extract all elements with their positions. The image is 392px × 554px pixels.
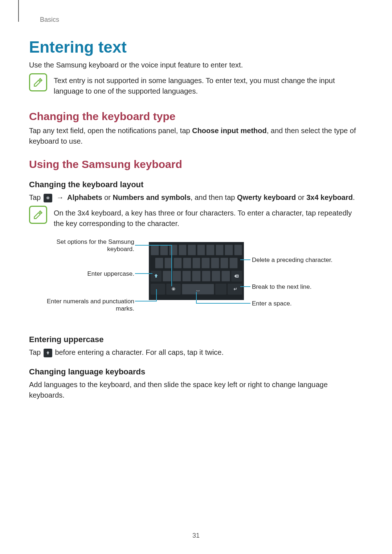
- note-block-1: Text entry is not supported in some lang…: [29, 73, 363, 99]
- shift-up-icon: [153, 273, 159, 279]
- callout-set-options: Set options for the Samsung keyboard.: [40, 238, 134, 253]
- note-icon: [29, 73, 47, 91]
- paragraph-language-keyboards: Add languages to the keyboard, and then …: [29, 379, 363, 401]
- heading-layout: Changing the keyboard layout: [29, 180, 363, 189]
- keyboard-illustration: ⎵: [149, 242, 244, 300]
- gear-icon: [44, 194, 52, 202]
- callout-uppercase: Enter uppercase.: [40, 270, 134, 278]
- intro-text: Use the Samsung keyboard or the voice in…: [29, 60, 363, 70]
- heading-keyboard-type: Changing the keyboard type: [29, 110, 363, 123]
- shift-key: [151, 271, 162, 282]
- paragraph-uppercase: Tap before entering a character. For all…: [29, 347, 363, 358]
- paragraph-layout: Tap → Alphabets or Numbers and symbols, …: [29, 192, 363, 203]
- pencil-note-icon: [33, 210, 43, 220]
- enter-icon: [232, 286, 238, 292]
- space-key: ⎵: [182, 284, 214, 295]
- pencil-note-icon: [33, 77, 43, 87]
- callout-numerals: Enter numerals and punctuation marks.: [40, 298, 134, 313]
- sym-key: [151, 284, 165, 295]
- breadcrumb: Basics: [40, 16, 363, 24]
- backspace-icon: [234, 273, 240, 279]
- note-icon: [29, 206, 47, 224]
- key: [151, 245, 159, 255]
- callout-space: Enter a space.: [252, 300, 324, 307]
- heading-uppercase: Entering uppercase: [29, 335, 363, 344]
- keyboard-row-3: [151, 271, 242, 282]
- callout-delete: Delete a preceding character.: [252, 257, 350, 264]
- dot-key: [215, 284, 226, 295]
- keyboard-row-1: [151, 245, 242, 255]
- gear-icon: [171, 286, 176, 292]
- space-glyph: ⎵: [182, 286, 214, 292]
- note-block-2: On the 3x4 keyboard, a key has three or …: [29, 206, 363, 231]
- header-rule: [18, 0, 19, 22]
- manual-page: Basics Entering text Use the Samsung key…: [0, 0, 392, 554]
- shift-icon: [44, 349, 52, 357]
- paragraph-keyboard-type: Tap any text field, open the notificatio…: [29, 126, 363, 147]
- keyboard-row-2: [155, 258, 238, 268]
- heading-language-keyboards: Changing language keyboards: [29, 367, 363, 377]
- callout-nextline: Break to the next line.: [252, 283, 346, 291]
- keyboard-diagram: ⎵ Set options for the Samsung keyboard. …: [40, 238, 352, 325]
- arrow-icon: →: [56, 192, 64, 203]
- enter-key: [228, 284, 242, 295]
- heading-samsung-keyboard: Using the Samsung keyboard: [29, 158, 363, 171]
- note-text-2: On the 3x4 keyboard, a key has three or …: [54, 208, 363, 229]
- backspace-key: [231, 271, 242, 282]
- page-title: Entering text: [29, 38, 363, 56]
- settings-key: [166, 284, 181, 295]
- note-text-1: Text entry is not supported in some lang…: [54, 75, 363, 97]
- page-number: 31: [0, 532, 392, 539]
